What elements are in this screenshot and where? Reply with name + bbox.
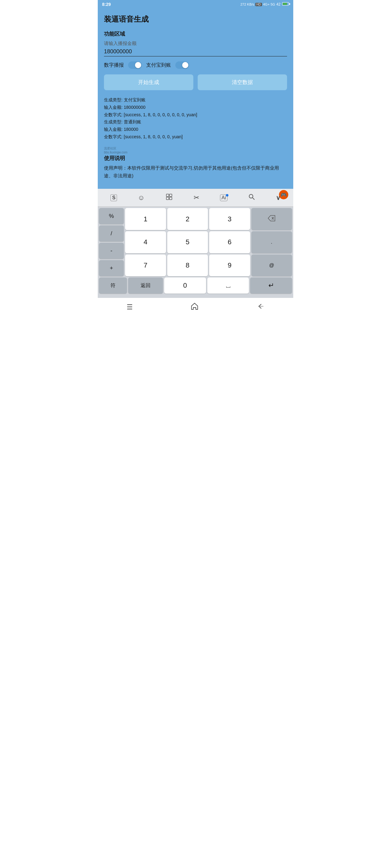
speed: 272 KB/s <box>241 2 254 6</box>
backspace-icon <box>268 215 276 223</box>
svg-rect-2 <box>166 197 169 199</box>
svg-line-5 <box>253 198 254 199</box>
layout-icon <box>165 193 173 202</box>
result-line1: 生成类型: 支付宝到账 <box>104 96 287 104</box>
toggle2-switch[interactable] <box>175 61 189 69</box>
nav-back-button[interactable] <box>250 301 271 313</box>
enter-icon: ↵ <box>269 281 274 289</box>
floating-icon[interactable]: 🎮 <box>279 190 288 199</box>
space-icon: ⎵ <box>226 281 230 289</box>
key-8[interactable]: 8 <box>167 254 208 277</box>
usage-text: 使用声明：本软件仅限用于测试与交流学习,切勿用于其他用途(包含但不仅限于商业用途… <box>104 164 287 180</box>
svg-rect-3 <box>169 197 172 199</box>
result-line3: 全数字式: [success, 1, 8, 0, 0, 0, 0, 0, 0, … <box>104 111 287 119</box>
svg-rect-1 <box>169 194 172 196</box>
scissors-button[interactable]: ✂ <box>191 192 202 203</box>
search-icon <box>248 193 255 202</box>
network: 4G+ 5G <box>263 2 275 6</box>
svg-point-4 <box>249 194 253 198</box>
toggle-row: 数字播报 支付宝到账 <box>104 61 287 69</box>
keyboard-area: 🎮 S ☺ ✂ Ai <box>98 189 293 298</box>
app-area: 装逼语音生成 功能区域 请输入播报金额 数字播报 支付宝到账 开始生成 清空数据… <box>98 8 293 189</box>
status-right: 272 KB/s HD 4G+ 5G 42 <box>241 2 289 6</box>
key-1[interactable]: 1 <box>125 208 166 230</box>
left-symbol-col: % / - + <box>99 208 124 276</box>
menu-icon: ☰ <box>127 303 133 311</box>
svg-rect-0 <box>166 194 169 196</box>
toggle1-label: 数字播报 <box>104 62 124 68</box>
btn-row: 开始生成 清空数据 <box>104 74 287 90</box>
emoji-icon: ☺ <box>138 194 145 202</box>
back-icon <box>256 305 264 312</box>
scissors-icon: ✂ <box>194 194 199 202</box>
layout-button[interactable] <box>163 192 175 204</box>
plus-key[interactable]: + <box>99 260 124 276</box>
hd-badge: HD <box>255 3 261 6</box>
ai-icon: Ai <box>220 194 227 201</box>
nav-menu-button[interactable]: ☰ <box>120 302 139 312</box>
backspace-key[interactable] <box>251 208 292 230</box>
enter-key[interactable]: ↵ <box>250 277 292 293</box>
amount-input[interactable] <box>104 49 287 56</box>
nav-home-button[interactable] <box>184 301 205 313</box>
usage-title: 使用说明 <box>104 155 287 162</box>
key-2[interactable]: 2 <box>167 208 208 230</box>
clear-button[interactable]: 清空数据 <box>198 74 287 90</box>
back-key[interactable]: 返回 <box>128 277 163 293</box>
status-bar: 8:29 272 KB/s HD 4G+ 5G 42 <box>98 0 293 8</box>
ai-button[interactable]: Ai <box>218 193 230 203</box>
kb-bottom-row: 符 返回 0 ⎵ ↵ <box>98 277 293 295</box>
space-key[interactable]: ⎵ <box>207 277 249 293</box>
result-area: 生成类型: 支付宝到账 输入金额: 180000000 全数字式: [succe… <box>104 96 287 141</box>
result-line4: 生成类型: 普通到账 <box>104 118 287 126</box>
section-label: 功能区域 <box>104 30 287 37</box>
system-nav: ☰ <box>98 298 293 317</box>
kb-toolbar: 🎮 S ☺ ✂ Ai <box>98 189 293 207</box>
app-title: 装逼语音生成 <box>104 14 287 24</box>
key-6[interactable]: 6 <box>209 231 250 253</box>
key-7[interactable]: 7 <box>125 254 166 277</box>
minus-key[interactable]: - <box>99 243 124 259</box>
watermark: 流星社区bbs.liuxingw.com <box>104 146 287 154</box>
key-5[interactable]: 5 <box>167 231 208 253</box>
battery-icon <box>282 2 289 6</box>
result-line5: 输入金额: 180000 <box>104 126 287 133</box>
result-line6: 全数字式: [success, 1, 8, 0, 0, 0, 0, yuan] <box>104 133 287 141</box>
fu-key[interactable]: 符 <box>99 277 127 293</box>
at-key[interactable]: @ <box>251 254 292 277</box>
toggle1-switch[interactable] <box>128 61 142 69</box>
result-line2: 输入金额: 180000000 <box>104 104 287 111</box>
input-placeholder: 请输入播报金额 <box>104 41 287 46</box>
key-4[interactable]: 4 <box>125 231 166 253</box>
emoji-button[interactable]: ☺ <box>135 192 147 203</box>
kb-main: % / - + 1 2 3 <box>98 207 293 277</box>
key-9[interactable]: 9 <box>209 254 250 277</box>
key-0[interactable]: 0 <box>164 277 206 293</box>
percent-key[interactable]: % <box>99 208 124 224</box>
slash-key[interactable]: / <box>99 225 124 242</box>
toggle2-label: 支付宝到账 <box>146 62 171 68</box>
number-grid: 1 2 3 4 5 <box>124 208 292 276</box>
battery: 42 <box>277 2 289 6</box>
sogou-button[interactable]: S <box>108 193 119 203</box>
home-icon <box>191 305 199 312</box>
search-button[interactable] <box>246 192 257 203</box>
key-3[interactable]: 3 <box>209 208 250 230</box>
dot-key[interactable]: . <box>251 231 292 253</box>
generate-button[interactable]: 开始生成 <box>104 74 193 90</box>
time: 8:29 <box>102 2 111 7</box>
